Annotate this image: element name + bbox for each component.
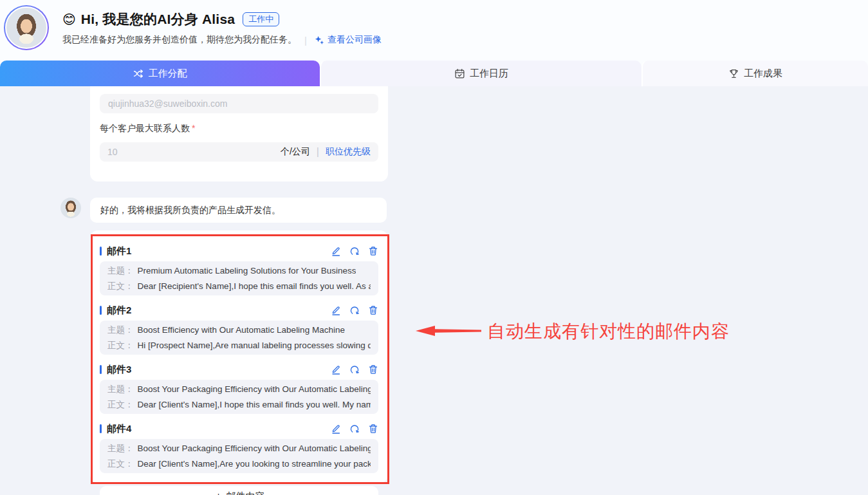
company-profile-link[interactable]: 查看公司画像	[328, 34, 382, 46]
add-email-button[interactable]: ＋ 邮件内容	[100, 486, 378, 495]
regenerate-icon[interactable]	[349, 246, 360, 256]
delete-icon[interactable]	[368, 246, 378, 256]
max-contacts-field: 个/公司 | 职位优先级	[100, 142, 378, 162]
subject-label: 主题：	[107, 382, 134, 397]
app-window: 😊 Hi, 我是您的AI分身 Alisa 工作中 我已经准备好为您服务并创造价值…	[0, 0, 868, 495]
subject-text: Premium Automatic Labeling Solutions for…	[138, 263, 356, 279]
trophy-icon	[728, 68, 739, 79]
tab-work-assignment[interactable]: 工作分配	[0, 61, 320, 86]
sparkle-icon	[315, 35, 324, 45]
body-text: Hi [Prospect Name],Are manual labeling p…	[138, 338, 371, 353]
addon-divider: |	[317, 146, 319, 158]
calendar-icon	[454, 68, 465, 79]
body-label: 正文：	[107, 397, 134, 413]
email-preview-box: 主题： Boost Efficiency with Our Automatic …	[100, 321, 378, 355]
avatar	[4, 5, 49, 50]
tab-work-calendar[interactable]: 工作日历	[320, 61, 642, 86]
email-title: 邮件2	[107, 304, 131, 317]
email-title: 邮件4	[107, 423, 131, 435]
email-preview-box: 主题： Boost Your Packaging Efficiency with…	[100, 439, 378, 473]
tab-label: 工作分配	[149, 68, 187, 80]
smiley-emoji-icon: 😊	[62, 13, 76, 26]
email-title-bar	[100, 306, 102, 315]
email-card: 邮件1 主题：	[100, 243, 378, 295]
regenerate-icon[interactable]	[349, 424, 360, 434]
edit-icon[interactable]	[331, 364, 341, 375]
body-label: 正文：	[107, 279, 134, 294]
required-asterisk: *	[192, 123, 195, 133]
annotation-arrow-icon	[416, 325, 481, 337]
avatar-photo	[5, 6, 48, 49]
assistant-message-row: 好的，我将根据我所负责的产品生成开发信。	[60, 198, 387, 223]
plus-icon: ＋	[214, 489, 224, 495]
delete-icon[interactable]	[368, 424, 378, 434]
subject-label: 主题：	[107, 441, 134, 456]
subject-label: 主题：	[107, 322, 134, 338]
regenerate-icon[interactable]	[349, 364, 360, 375]
body-label: 正文：	[107, 456, 134, 472]
assistant-message: 好的，我将根据我所负责的产品生成开发信。	[90, 198, 387, 223]
email-title-bar	[100, 365, 102, 374]
delete-icon[interactable]	[368, 305, 378, 315]
email-card: 邮件4 主题：	[100, 421, 378, 473]
subject-text: Boost Your Packaging Efficiency with Our…	[138, 382, 371, 397]
body-text: Dear [Client's Name],Are you looking to …	[138, 456, 371, 472]
max-contacts-label: 每个客户最大联系人数*	[100, 123, 378, 135]
header-subtitle: 我已经准备好为您服务并创造价值，期待您为我分配任务。	[62, 34, 297, 46]
email-preview-box: 主题： Premium Automatic Labeling Solutions…	[100, 261, 378, 295]
sender-email-input[interactable]	[100, 94, 378, 113]
email-card: 邮件3 主题：	[100, 362, 378, 414]
edit-icon[interactable]	[331, 305, 341, 315]
header: 😊 Hi, 我是您的AI分身 Alisa 工作中 我已经准备好为您服务并创造价值…	[0, 0, 868, 61]
email-list: 邮件1 主题：	[90, 230, 388, 483]
email-preview-box: 主题： Boost Your Packaging Efficiency with…	[100, 380, 378, 414]
regenerate-icon[interactable]	[349, 305, 360, 315]
subject-label: 主题：	[107, 263, 134, 279]
tab-label: 工作日历	[470, 68, 508, 80]
email-card: 邮件2 主题：	[100, 303, 378, 355]
body-label: 正文：	[107, 338, 134, 353]
max-contacts-input[interactable]	[107, 147, 281, 157]
task-form-card: 每个客户最大联系人数* 个/公司 | 职位优先级	[90, 86, 388, 182]
body-text: Dear [Recipient's Name],I hope this emai…	[138, 279, 371, 294]
email-title-bar	[100, 247, 102, 256]
subtitle-divider: |	[304, 35, 307, 46]
tab-work-results[interactable]: 工作成果	[642, 61, 868, 86]
body-text: Dear [Client's Name],I hope this email f…	[138, 397, 371, 413]
shuffle-icon	[133, 68, 144, 79]
page-title: Hi, 我是您的AI分身 Alisa	[81, 10, 235, 28]
delete-icon[interactable]	[368, 364, 378, 375]
tab-label: 工作成果	[744, 68, 782, 80]
tab-bar: 工作分配 工作日历 工作成果	[0, 61, 868, 86]
main-content: 每个客户最大联系人数* 个/公司 | 职位优先级 好的，我将根据我所负责的产品生…	[0, 86, 868, 495]
email-title: 邮件3	[107, 364, 131, 376]
assistant-avatar	[60, 198, 81, 218]
email-title-bar	[100, 424, 102, 433]
position-priority-link[interactable]: 职位优先级	[326, 146, 371, 158]
add-email-label: 邮件内容	[226, 489, 265, 495]
unit-label: 个/公司	[281, 146, 310, 158]
email-title: 邮件1	[107, 245, 131, 257]
status-badge: 工作中	[243, 12, 279, 26]
edit-icon[interactable]	[331, 424, 341, 434]
annotation-text: 自动生成有针对性的邮件内容	[487, 319, 730, 344]
subject-text: Boost Your Packaging Efficiency with Our…	[138, 441, 371, 456]
edit-icon[interactable]	[331, 246, 341, 256]
subject-text: Boost Efficiency with Our Automatic Labe…	[138, 322, 345, 338]
